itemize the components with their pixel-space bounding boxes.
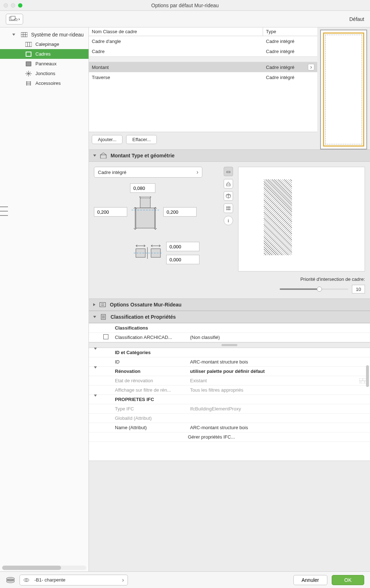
priority-slider[interactable] <box>280 288 348 290</box>
svg-point-49 <box>26 579 27 581</box>
background-lines <box>0 206 8 219</box>
sidebar-item-cadres[interactable]: Cadres <box>0 49 89 59</box>
grid-icon <box>21 32 27 38</box>
toolbar: › Défaut <box>0 11 370 27</box>
splitter-handle[interactable] <box>221 344 237 346</box>
titlebar: Options par défaut Mur-rideau <box>0 0 370 11</box>
favorites-button[interactable]: › <box>6 14 23 25</box>
svg-rect-27 <box>227 184 230 186</box>
list-header-name[interactable]: Nom Classe de cadre <box>89 27 263 36</box>
prop-row-ifc-name[interactable]: Name (Attribut) ARC-montant structure bo… <box>89 423 370 432</box>
priority-value[interactable]: 10 <box>352 285 365 293</box>
section-title: Montant Type et géométrie <box>111 153 175 158</box>
chevron-right-icon <box>308 64 314 70</box>
frame-icon <box>25 51 32 57</box>
prop-row-classification[interactable]: Classification ARCHICAD... (Non classifi… <box>89 333 370 342</box>
offset-diagram <box>134 244 163 262</box>
sidebar-item-jonctions[interactable]: Jonctions <box>0 69 89 78</box>
section-title: Options Ossature Mur-Rideau <box>110 302 181 308</box>
prop-head-ifc: PROPRIETES IFC <box>89 395 370 404</box>
sidebar-item-calepinage[interactable]: Calepinage <box>0 39 89 49</box>
dim-depth-right[interactable] <box>163 207 197 217</box>
sidebar-item-label: Accessoires <box>35 80 61 86</box>
svg-rect-11 <box>26 62 31 66</box>
chevron-down-icon <box>93 154 96 157</box>
prop-row-manage-ifc[interactable]: Gérer propriétés IFC... <box>89 432 370 442</box>
list-row-selected[interactable]: Montant Cadre intégré <box>89 62 317 72</box>
svg-rect-7 <box>25 42 32 47</box>
svg-rect-18 <box>136 208 155 228</box>
prop-row-ifc-globalid[interactable]: GlobalId (Attribut) <box>89 414 370 423</box>
sidebar-item-label: Jonctions <box>35 71 55 76</box>
prop-row-renov-filter[interactable]: Affichage sur filtre de rén... Tous les … <box>89 386 370 395</box>
presets-label[interactable]: Défaut <box>349 16 364 22</box>
section-geometry[interactable]: Montant Type et géométrie <box>89 149 370 162</box>
view-section-button[interactable] <box>224 179 233 188</box>
footer: -B1- charpente Annuler OK <box>0 571 370 588</box>
list-row[interactable]: Cadre Cadre intégré <box>89 46 317 56</box>
frame-type-combo[interactable]: Cadre intégré <box>94 167 202 178</box>
geometry-preview <box>238 167 365 271</box>
section-classification[interactable]: Classification et Propriétés <box>89 311 370 323</box>
list-row[interactable]: Traverse Cadre intégré <box>89 72 317 82</box>
geometry-icon <box>100 153 107 158</box>
priority-label: Priorité d'intersection de cadre: <box>89 276 370 285</box>
sidebar-item-label: Panneaux <box>35 61 57 66</box>
window-title: Options par défaut Mur-rideau <box>0 3 370 8</box>
chevron-down-icon[interactable] <box>94 366 97 374</box>
prop-head-classifications: Classifications <box>89 323 370 333</box>
list-header-type[interactable]: Type <box>263 27 317 36</box>
layer-combo[interactable]: -B1- charpente <box>20 575 128 585</box>
sidebar-item-label: Cadres <box>35 51 51 57</box>
dim-depth-left[interactable] <box>94 207 127 217</box>
sidebar: Système de mur-rideau Calepinage Cadres … <box>0 27 89 571</box>
checkbox[interactable] <box>103 334 108 339</box>
dim-offset-b[interactable] <box>166 255 199 264</box>
chevron-down-icon[interactable] <box>94 348 97 355</box>
accessory-icon <box>25 80 32 86</box>
profile-diagram <box>131 196 160 231</box>
sidebar-hscrollbar[interactable] <box>2 566 86 570</box>
brick-icon <box>359 378 366 383</box>
view-3d-button[interactable] <box>224 191 233 201</box>
info-button[interactable]: i <box>224 216 233 225</box>
junction-icon <box>25 71 32 77</box>
sidebar-item-panneaux[interactable]: Panneaux <box>0 59 89 69</box>
classification-props: Classifications Classification ARCHICAD.… <box>89 323 370 343</box>
chevron-right-icon <box>122 577 124 583</box>
view-plan-button[interactable]: ▭ <box>224 167 233 176</box>
add-button[interactable]: Ajouter... <box>92 135 122 144</box>
chevron-right-icon <box>93 303 95 306</box>
remove-button[interactable]: Effacer... <box>126 135 157 144</box>
chevron-right-icon <box>197 169 198 175</box>
section-title: Classification et Propriétés <box>111 314 176 320</box>
prop-row-ifc-type[interactable]: Type IFC IfcBuildingElementProxy <box>89 404 370 414</box>
vscrollbar-thumb[interactable] <box>366 365 369 387</box>
prop-row-id[interactable]: ID ARC-montant structure bois <box>89 357 370 367</box>
sidebar-root-label: Système de mur-rideau <box>31 32 84 38</box>
svg-rect-10 <box>26 52 31 56</box>
svg-point-48 <box>24 578 29 582</box>
frame-options-icon <box>99 302 106 308</box>
sidebar-root-curtainwall-system[interactable]: Système de mur-rideau <box>0 30 89 39</box>
list-row[interactable]: Cadre d'angle Cadre intégré <box>89 36 317 46</box>
section-frame-options[interactable]: Options Ossature Mur-Rideau <box>89 299 370 311</box>
chevron-down-icon[interactable] <box>94 395 97 402</box>
view-elevation-button[interactable] <box>224 204 233 213</box>
prop-row-renov-state[interactable]: Etat de rénovation Existant <box>89 376 370 386</box>
svg-rect-33 <box>100 302 106 307</box>
ok-button[interactable]: OK <box>332 575 364 585</box>
sidebar-item-label: Calepinage <box>35 42 59 47</box>
preview-mode-toolbar: ▭ i <box>224 167 235 271</box>
layers-icon <box>6 577 15 583</box>
document-icon <box>100 314 107 320</box>
3d-preview <box>320 30 367 149</box>
dim-width-top[interactable] <box>130 183 155 193</box>
pattern-icon <box>25 42 32 47</box>
sidebar-item-accessoires[interactable]: Accessoires <box>0 78 89 88</box>
prop-head-renovation: Rénovation utiliser palette pour définir… <box>89 367 370 376</box>
panel-icon <box>25 61 32 67</box>
dim-offset-a[interactable] <box>166 242 199 251</box>
cancel-button[interactable]: Annuler <box>293 575 327 585</box>
content-area: Nom Classe de cadre Type Cadre d'angle C… <box>89 27 370 571</box>
